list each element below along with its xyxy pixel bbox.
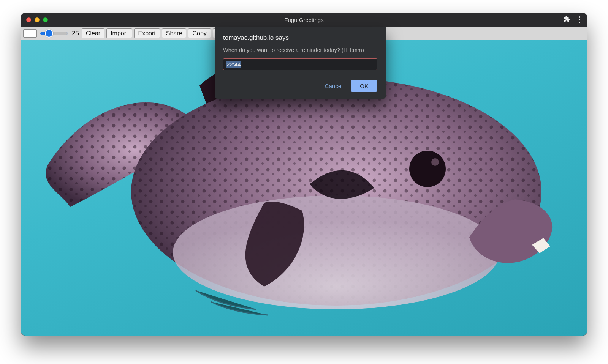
clear-button[interactable]: Clear bbox=[82, 28, 104, 38]
brush-size-value: 25 bbox=[72, 30, 79, 37]
window-controls bbox=[26, 17, 48, 22]
extensions-icon[interactable] bbox=[563, 15, 570, 24]
window-title: Fugu Greetings bbox=[21, 17, 587, 23]
kebab-menu-icon[interactable] bbox=[577, 15, 582, 25]
prompt-message: When do you want to receive a reminder t… bbox=[223, 47, 377, 53]
svg-point-6 bbox=[431, 158, 439, 166]
copy-button[interactable]: Copy bbox=[188, 28, 211, 38]
prompt-origin: tomayac.github.io says bbox=[223, 34, 377, 42]
prompt-ok-button[interactable]: OK bbox=[351, 80, 377, 92]
brush-size-slider[interactable] bbox=[40, 32, 68, 35]
export-button[interactable]: Export bbox=[134, 28, 160, 38]
color-swatch[interactable] bbox=[23, 29, 37, 38]
close-window-button[interactable] bbox=[26, 17, 31, 22]
svg-point-4 bbox=[173, 195, 500, 309]
share-button[interactable]: Share bbox=[162, 28, 187, 38]
prompt-cancel-button[interactable]: Cancel bbox=[325, 83, 343, 89]
titlebar: Fugu Greetings bbox=[21, 13, 587, 27]
import-button[interactable]: Import bbox=[106, 28, 132, 38]
js-prompt-dialog: tomayac.github.io says When do you want … bbox=[215, 27, 386, 99]
minimize-window-button[interactable] bbox=[35, 17, 40, 22]
prompt-input[interactable] bbox=[223, 58, 377, 70]
app-window: Fugu Greetings 25 Clear Import Export Sh… bbox=[21, 13, 587, 336]
maximize-window-button[interactable] bbox=[43, 17, 48, 22]
svg-point-5 bbox=[409, 151, 446, 187]
